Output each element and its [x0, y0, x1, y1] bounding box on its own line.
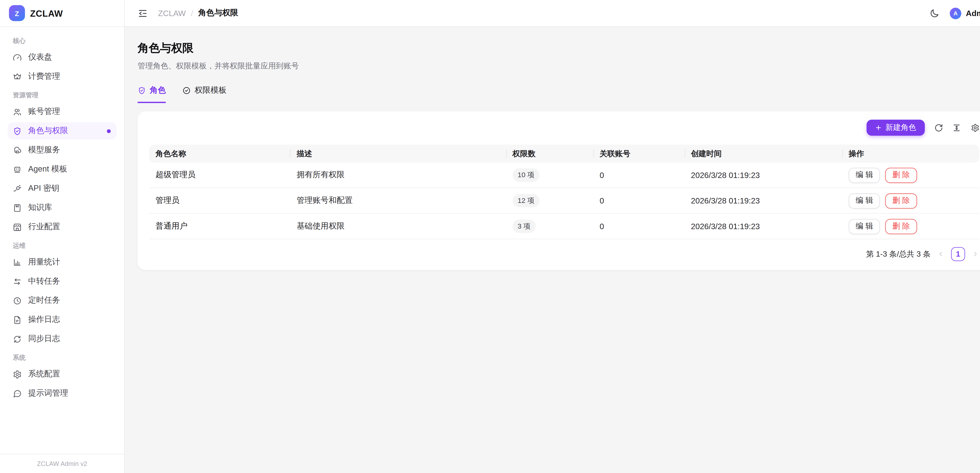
- pagination-page-1[interactable]: 1: [951, 247, 965, 261]
- bar-chart-icon: [13, 258, 22, 267]
- breadcrumb-root[interactable]: ZCLAW: [158, 9, 186, 18]
- sidebar-item-dashboard[interactable]: 仪表盘: [8, 49, 116, 66]
- sidebar-item-usage-stats[interactable]: 用量统计: [8, 253, 116, 271]
- column-header-actions: 操作: [842, 145, 979, 162]
- page-content: 角色与权限 管理角色、权限模板，并将权限批量应用到账号 角色 权限模板 新建角色: [125, 27, 980, 473]
- book-icon: [13, 203, 22, 212]
- plus-icon: [875, 124, 881, 131]
- sidebar-item-prompt-management[interactable]: 提示词管理: [8, 385, 116, 402]
- chevron-right-icon[interactable]: [972, 250, 979, 258]
- sidebar-item-operation-logs[interactable]: 操作日志: [8, 311, 116, 328]
- role-name-cell: 管理员: [149, 195, 290, 206]
- sidebar-item-relay-tasks[interactable]: 中转任务: [8, 273, 116, 290]
- crown-icon: [13, 72, 22, 81]
- sidebar-item-label: 同步日志: [28, 333, 60, 344]
- sidebar-logo-row: Z ZCLAW: [0, 0, 124, 27]
- role-description-cell: 基础使用权限: [290, 221, 506, 232]
- role-description-cell: 管理账号和配置: [290, 195, 506, 206]
- tab-label: 权限模板: [195, 85, 227, 96]
- permission-count-badge: 12 项: [512, 194, 539, 207]
- sidebar-item-roles-permissions[interactable]: 角色与权限: [8, 122, 116, 140]
- nav-section-label-system: 系统: [13, 353, 111, 362]
- sidebar-item-label: 行业配置: [28, 221, 60, 233]
- pagination: 第 1-3 条/总共 3 条 1: [149, 239, 979, 270]
- edit-button[interactable]: 编 辑: [849, 193, 880, 208]
- sidebar-footer-version: ZCLAW Admin v2: [0, 454, 124, 473]
- permission-count-badge: 10 项: [512, 168, 539, 182]
- nav-section-label-ops: 运维: [13, 241, 111, 250]
- permission-count-cell: 3 项: [506, 220, 593, 233]
- new-role-label: 新建角色: [886, 122, 916, 133]
- breadcrumb-current: 角色与权限: [198, 8, 238, 19]
- sidebar-item-system-config[interactable]: 系统配置: [8, 365, 116, 383]
- refresh-icon[interactable]: [934, 123, 943, 132]
- linked-accounts-cell: 0: [593, 222, 685, 231]
- sidebar-item-knowledge-base[interactable]: 知识库: [8, 199, 116, 217]
- sidebar-item-industry-config[interactable]: 行业配置: [8, 218, 116, 236]
- actions-cell: 编 辑 删 除: [842, 167, 979, 183]
- cloud-server-icon: [13, 146, 22, 154]
- tab-permission-templates[interactable]: 权限模板: [183, 85, 227, 103]
- delete-button[interactable]: 删 除: [885, 167, 917, 183]
- pagination-summary: 第 1-3 条/总共 3 条: [866, 249, 931, 260]
- chevron-left-icon[interactable]: [937, 250, 945, 258]
- table-toolbar: 新建角色: [149, 120, 979, 136]
- gear-icon: [13, 370, 22, 379]
- column-height-icon[interactable]: [952, 123, 961, 132]
- sidebar-item-label: 仪表盘: [28, 52, 52, 63]
- store-icon: [13, 223, 22, 231]
- edit-button[interactable]: 编 辑: [849, 218, 880, 234]
- user-name[interactable]: Admin: [966, 9, 980, 18]
- column-header-created-time: 创建时间: [684, 145, 842, 162]
- sidebar-item-scheduled-tasks[interactable]: 定时任务: [8, 292, 116, 309]
- circle-check-icon: [183, 86, 191, 95]
- page-title: 角色与权限: [138, 40, 980, 56]
- linked-accounts-cell: 0: [593, 196, 685, 205]
- app-name: ZCLAW: [30, 8, 63, 18]
- column-header-linked-accounts: 关联账号: [593, 145, 685, 162]
- role-name-cell: 超级管理员: [149, 170, 290, 180]
- sidebar-item-api-keys[interactable]: API 密钥: [8, 180, 116, 197]
- column-header-role-name: 角色名称: [149, 145, 290, 162]
- edit-button[interactable]: 编 辑: [849, 167, 880, 183]
- permission-count-cell: 12 项: [506, 194, 593, 207]
- created-time-cell: 2026/3/28 01:19:23: [684, 196, 842, 205]
- created-time-cell: 2026/3/28 01:19:23: [684, 170, 842, 180]
- avatar[interactable]: A: [950, 8, 961, 19]
- actions-cell: 编 辑 删 除: [842, 193, 979, 208]
- permission-count-cell: 10 项: [506, 168, 593, 182]
- sidebar-item-sync-logs[interactable]: 同步日志: [8, 330, 116, 347]
- sidebar-item-label: 提示词管理: [28, 388, 68, 399]
- new-role-button[interactable]: 新建角色: [866, 120, 924, 136]
- tab-roles[interactable]: 角色: [138, 85, 166, 103]
- bot-icon: [13, 165, 22, 174]
- file-text-icon: [13, 315, 22, 324]
- moon-icon[interactable]: [929, 8, 940, 18]
- delete-button[interactable]: 删 除: [885, 193, 917, 208]
- roles-table-card: 新建角色 角色名称 描述 权限数 关联账号 创建时间 操作 超级管理员 拥有: [138, 111, 980, 270]
- menu-fold-icon[interactable]: [138, 8, 148, 18]
- sidebar-item-label: 角色与权限: [28, 126, 68, 137]
- delete-button[interactable]: 删 除: [885, 218, 917, 234]
- column-header-description: 描述: [290, 145, 506, 162]
- message-dots-icon: [13, 389, 22, 398]
- tab-bar: 角色 权限模板: [138, 85, 980, 103]
- sidebar-item-model-services[interactable]: 模型服务: [8, 142, 116, 159]
- column-header-permission-count: 权限数: [506, 145, 593, 162]
- sidebar-item-label: 中转任务: [28, 276, 60, 287]
- active-dot-indicator: [107, 129, 111, 133]
- page-subtitle: 管理角色、权限模板，并将权限批量应用到账号: [138, 61, 980, 72]
- actions-cell: 编 辑 删 除: [842, 218, 979, 234]
- permission-count-badge: 3 项: [512, 220, 536, 233]
- sidebar-item-agent-templates[interactable]: Agent 模板: [8, 161, 116, 178]
- nav-section-label-resources: 资源管理: [13, 91, 111, 100]
- sidebar-item-billing[interactable]: 计费管理: [8, 68, 116, 85]
- role-name-cell: 普通用户: [149, 221, 290, 232]
- sidebar-item-label: Agent 模板: [28, 164, 67, 175]
- linked-accounts-cell: 0: [593, 170, 685, 180]
- app-window: Z ZCLAW 核心 仪表盘 计费管理 资源管理 账号管理 角色与权限: [0, 0, 980, 473]
- table-settings-gear-icon[interactable]: [970, 123, 979, 132]
- users-icon: [13, 107, 22, 116]
- sidebar-item-accounts[interactable]: 账号管理: [8, 103, 116, 120]
- sidebar-item-label: 计费管理: [28, 71, 60, 82]
